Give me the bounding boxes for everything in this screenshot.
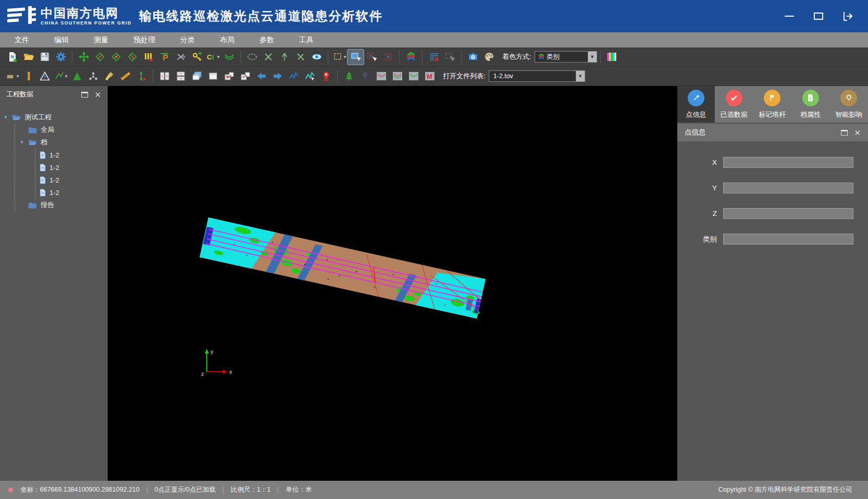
ruler-diagonal-button[interactable] — [117, 69, 133, 84]
svg-text:z: z — [201, 371, 204, 377]
new-file-button[interactable]: N — [4, 50, 20, 65]
cut-cross-button[interactable] — [172, 50, 189, 65]
tab-span-props[interactable]: 档属性 — [791, 86, 830, 123]
tree-node-span-file[interactable]: 1-2 — [40, 161, 104, 174]
catenary-mixed-icon — [392, 71, 403, 81]
catenary-green-button[interactable] — [405, 69, 421, 84]
classify-diamond-1-button[interactable] — [92, 50, 108, 65]
layer-arrows-button[interactable] — [403, 50, 419, 65]
tab-point-info[interactable]: 点信息 — [677, 86, 715, 123]
bars-delete-button[interactable] — [140, 50, 156, 65]
ci-dropdown-button[interactable]: CI▾ — [205, 50, 221, 65]
panel-close-icon[interactable]: ✕ — [94, 91, 101, 99]
menu-tools[interactable]: 工具 — [287, 32, 326, 47]
file-list-label: 打开文件列表: — [443, 71, 486, 81]
plumb-line-button[interactable] — [276, 50, 292, 65]
save-button[interactable] — [36, 50, 53, 65]
section-profile-button[interactable] — [156, 50, 172, 65]
settings-button[interactable] — [53, 50, 69, 65]
select-points-cursor-button[interactable] — [364, 50, 380, 65]
polyline-blue-button[interactable] — [286, 69, 302, 84]
ruler-vertical-button[interactable] — [20, 69, 36, 84]
ellipse-select-button[interactable] — [244, 50, 260, 65]
camera-icon — [468, 52, 478, 62]
expander-icon[interactable]: ▼ — [19, 140, 24, 145]
menu-params[interactable]: 参数 — [247, 32, 287, 47]
key-add-button[interactable] — [189, 50, 205, 65]
open-folder-button[interactable] — [20, 50, 36, 65]
eye-visibility-button[interactable] — [308, 50, 325, 65]
tab-smart-impact[interactable]: 智能影响 — [830, 86, 868, 123]
grid-points-delete-button[interactable] — [426, 50, 442, 65]
broom-clean-button[interactable] — [101, 69, 117, 84]
catenary-mixed-button[interactable] — [389, 69, 405, 84]
category-field-input[interactable] — [723, 234, 853, 245]
maximize-button[interactable] — [813, 11, 824, 21]
nodes-network-button[interactable] — [85, 69, 101, 84]
expander-icon[interactable]: ▼ — [3, 115, 8, 120]
menu-edit[interactable]: 编辑 — [42, 32, 81, 47]
point-cloud-viewport[interactable]: y x z — [108, 86, 677, 481]
arrow-right-button[interactable] — [269, 69, 286, 84]
tower-pylon-button[interactable] — [357, 69, 373, 84]
y-field-input[interactable] — [723, 182, 853, 193]
catenary-fit-button[interactable] — [221, 50, 237, 65]
brush-dropdown-button[interactable]: ▾ — [4, 69, 20, 84]
file-list-select[interactable]: 1-2.tov ▼ — [489, 70, 585, 82]
triangle-lightning-button[interactable] — [36, 69, 53, 84]
view-copy-2-button[interactable] — [237, 69, 253, 84]
m-label-button[interactable]: M — [421, 69, 438, 84]
catenary-red-button[interactable] — [373, 69, 389, 84]
menu-file[interactable]: 文件 — [2, 32, 42, 47]
cross-delete-button[interactable] — [260, 50, 276, 65]
panel-close-icon[interactable]: ✕ — [854, 129, 861, 137]
view-copy-1-button[interactable] — [221, 69, 237, 84]
minimize-button[interactable] — [784, 11, 795, 21]
tree-node-global[interactable]: 全局 — [19, 124, 104, 136]
tree-vegetation-button[interactable] — [341, 69, 357, 84]
arrow-left-button[interactable] — [253, 69, 269, 84]
tab-mark-tower[interactable]: 标记塔杆 — [753, 86, 792, 123]
tab-selected-data[interactable]: 已选数据 — [715, 86, 753, 123]
cone-marker-button[interactable] — [69, 69, 85, 84]
windows-stack-button[interactable] — [189, 69, 205, 84]
clip-cross-button[interactable] — [292, 50, 308, 65]
classify-diamond-2-button[interactable] — [108, 50, 124, 65]
layer-arrows-icon — [406, 52, 416, 62]
z-field-input[interactable] — [723, 208, 853, 219]
menu-preprocess[interactable]: 预处理 — [121, 32, 168, 47]
coloring-mode-select[interactable]: 类别 ▼ — [535, 51, 597, 63]
deselect-cursor-button[interactable] — [442, 50, 458, 65]
window-new-button[interactable] — [205, 69, 221, 84]
split-horizontal-button[interactable] — [172, 69, 189, 84]
menu-layout[interactable]: 布局 — [207, 32, 247, 47]
vector-measure-button[interactable]: ▾ — [53, 69, 69, 84]
move-icon — [79, 52, 89, 62]
tree-node-span-file[interactable]: 1-2 — [40, 174, 104, 186]
rect-select-button[interactable]: ▾ — [331, 50, 348, 65]
polyline-cyan-pick-button[interactable] — [302, 69, 318, 84]
classify-diamond-3-button[interactable] — [124, 50, 140, 65]
move-button[interactable] — [76, 50, 92, 65]
camera-snapshot-button[interactable] — [465, 50, 481, 65]
split-vertical-button[interactable] — [156, 69, 172, 84]
menu-measure[interactable]: 测量 — [81, 32, 121, 47]
panel-restore-icon[interactable] — [841, 130, 848, 136]
exit-button[interactable] — [842, 11, 853, 21]
tree-node-project[interactable]: ▼ 测试工程 — [3, 111, 104, 124]
select-cursor-button[interactable] — [348, 50, 364, 65]
x-field-input[interactable] — [723, 157, 853, 168]
menu-classify[interactable]: 分类 — [168, 32, 207, 47]
color-palette-button[interactable] — [481, 50, 497, 65]
panel-restore-icon[interactable] — [81, 92, 88, 98]
location-pin-button[interactable] — [318, 69, 334, 84]
svg-text:x: x — [229, 369, 232, 375]
tree-node-span-file[interactable]: 1-2 — [40, 186, 104, 199]
select-points-button[interactable] — [380, 50, 396, 65]
tree-node-report[interactable]: 报告 — [19, 199, 104, 211]
tree-node-spans[interactable]: ▼ 档 — [19, 136, 104, 149]
triangle-lightning-icon — [40, 71, 50, 81]
tree-node-span-file[interactable]: 1-2 — [40, 149, 104, 161]
rainbow-bars-button[interactable] — [604, 50, 620, 65]
align-delete-button[interactable] — [133, 69, 150, 84]
